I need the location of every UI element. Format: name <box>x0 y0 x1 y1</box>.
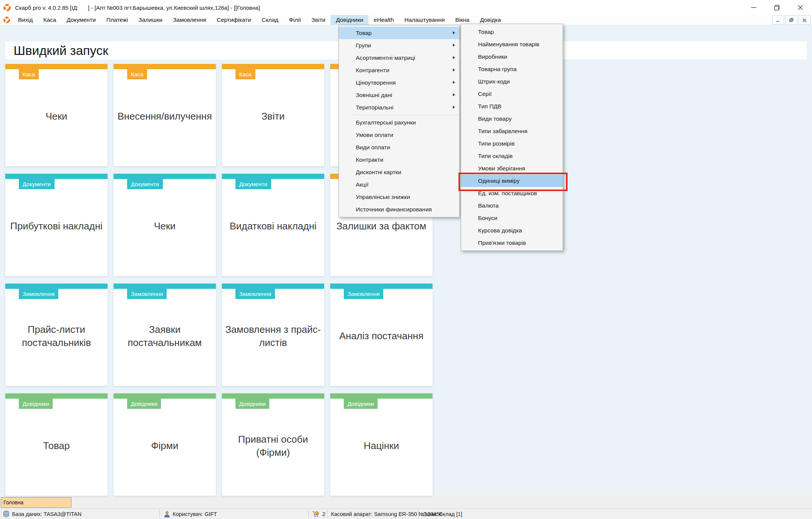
menubar-item-3[interactable]: Платежі <box>101 15 134 25</box>
context-menu-item-13[interactable]: Акції <box>339 178 459 191</box>
menubar-item-7[interactable]: Склад <box>256 15 284 25</box>
submenu-item-0[interactable]: Товар <box>461 26 563 38</box>
menubar-item-1[interactable]: Каса <box>38 15 61 25</box>
close-button[interactable] <box>789 0 812 15</box>
submenu-item-11[interactable]: Умови зберігання <box>461 162 563 175</box>
status-separator <box>418 510 419 518</box>
context-menu-item-3[interactable]: Контрагенти <box>339 64 459 76</box>
context-menu-item-2[interactable]: Асортиментні матриці <box>339 52 459 64</box>
tile-category-strip <box>330 284 433 289</box>
tile-0-2[interactable]: КасаЗвіти <box>222 64 324 166</box>
mdi-restore-button[interactable] <box>785 15 797 25</box>
window-controls <box>742 0 812 15</box>
submenu-item-16[interactable]: Курсова довідка <box>461 224 563 237</box>
tile-1-0[interactable]: ДокументиПрибуткові накладні <box>5 174 108 276</box>
tile-label: Приватні особи (Фірми) <box>225 399 321 493</box>
submenu-item-10[interactable]: Типи складів <box>461 150 563 162</box>
context-menu-item-15[interactable]: Источники финансирования <box>339 203 459 215</box>
menubar-item-4[interactable]: Залишки <box>133 15 168 25</box>
minimize-button[interactable] <box>742 0 765 15</box>
menu-bar: ВихідКасаДокументиПлатежіЗалишкиЗамовлен… <box>0 15 812 25</box>
tile-0-0[interactable]: КасаЧеки <box>5 64 108 166</box>
tile-2-2[interactable]: ЗамовленняЗамовлення з прайс-листів <box>222 284 324 386</box>
submenu-item-14[interactable]: Валюта <box>461 199 563 212</box>
context-menu-item-9[interactable]: Умови оплати <box>339 129 459 141</box>
tab-holovna[interactable]: Головна <box>1 497 71 508</box>
status-item-0: База даних: TASA3@TITAN <box>3 509 82 519</box>
tile-3-2[interactable]: ДовідникиПриватні особи (Фірми) <box>222 393 324 496</box>
submenu-item-6[interactable]: Тип ПДВ <box>461 100 563 112</box>
menubar-item-8[interactable]: Філії <box>284 15 306 25</box>
menubar-item-9[interactable]: Звіти <box>306 15 331 25</box>
submenu-item-7[interactable]: Види товару <box>461 112 563 125</box>
tile-3-3[interactable]: ДовідникиНацінки <box>330 393 433 496</box>
submenu-item-15[interactable]: Бонуси <box>461 212 563 224</box>
tile-category-strip <box>5 174 108 179</box>
context-menu: ТоварГрупиАсортиментні матриціКонтрагент… <box>338 25 460 217</box>
context-menu-item-4[interactable]: Ціноутворення <box>339 76 459 89</box>
tile-3-1[interactable]: ДовідникиФірми <box>114 393 216 496</box>
submenu-item-8[interactable]: Типи забарвлення <box>461 125 563 137</box>
status-item-label: Користувач: GIFT <box>173 511 217 517</box>
menubar-item-5[interactable]: Замовлення <box>168 15 211 25</box>
context-menu-item-1[interactable]: Групи <box>339 39 459 52</box>
submenu-item-1[interactable]: Найменування товарів <box>461 38 563 50</box>
restore-button[interactable] <box>765 0 789 15</box>
tile-1-2[interactable]: ДокументиВидаткові накладні <box>222 174 324 276</box>
submenu-arrow-icon <box>453 31 455 34</box>
context-menu-item-8[interactable]: Бухгалтерські рахунки <box>339 116 459 129</box>
menubar-item-0[interactable]: Вихід <box>13 15 38 25</box>
menubar-item-6[interactable]: Сертифікати <box>211 15 256 25</box>
submenu-item-2[interactable]: Виробники <box>461 50 563 63</box>
context-menu-item-12[interactable]: Дисконтні картки <box>339 166 459 178</box>
menubar-logo-icon <box>3 16 11 24</box>
menubar-item-12[interactable]: Налаштування <box>399 15 450 25</box>
menubar-item-11[interactable]: eHealth <box>369 15 399 25</box>
submenu-item-3[interactable]: Товарна група <box>461 63 563 75</box>
submenu-item-5[interactable]: Серії <box>461 88 563 100</box>
submenu-item-13[interactable]: Ед. изм. поставщиков <box>461 187 563 199</box>
submenu-item-17[interactable]: Прив'язки товарів <box>461 237 563 249</box>
submenu-item-4[interactable]: Штрих-коди <box>461 75 563 88</box>
tile-0-1[interactable]: КасаВнесення/вилучення <box>114 64 216 166</box>
submenu-arrow-icon <box>453 93 455 96</box>
submenu-item-9[interactable]: Типи розмірів <box>461 137 563 150</box>
context-menu-item-5[interactable]: Зовнішні дані <box>339 89 459 101</box>
context-menu-item-6[interactable]: Територіальні <box>339 101 459 114</box>
tile-label: Видаткові накладні <box>225 179 321 274</box>
tile-2-1[interactable]: ЗамовленняЗаявки постачальникам <box>114 284 216 386</box>
tile-2-0[interactable]: ЗамовленняПрайс-листи постачальників <box>5 284 108 386</box>
tile-category-strip <box>222 64 324 69</box>
tile-3-0[interactable]: ДовідникиТовар <box>5 393 108 496</box>
mdi-close-button[interactable] <box>798 15 810 25</box>
tile-category-strip <box>5 284 108 289</box>
status-separator <box>308 510 309 518</box>
user-icon <box>164 511 170 517</box>
context-menu-item-0[interactable]: Товар <box>339 27 459 39</box>
tile-label: Прибуткові накладні <box>8 179 105 274</box>
tile-2-3[interactable]: ЗамовленняАналіз постачання <box>330 284 433 386</box>
context-menu-item-14[interactable]: Управлінські знижки <box>339 191 459 203</box>
page-title: Швидкий запуск <box>14 43 108 58</box>
context-menu-item-10[interactable]: Види оплати <box>339 141 459 153</box>
status-separator <box>327 510 328 518</box>
tile-category-strip <box>222 174 324 179</box>
menu-separator <box>352 115 458 115</box>
title-bar: Скарб pro v. 4.0.2.85 [ІД: ] - [Апт №003… <box>0 0 812 15</box>
tile-label: Чеки <box>117 179 213 274</box>
tile-1-1[interactable]: ДокументиЧеки <box>114 174 216 276</box>
mdi-minimize-button[interactable] <box>772 15 784 25</box>
submenu-item-12[interactable]: Одиниці виміру <box>461 175 563 187</box>
tile-category-strip <box>114 174 216 179</box>
app-window: Скарб pro v. 4.0.2.85 [ІД: ] - [Апт №003… <box>0 0 812 519</box>
tile-label: Заявки постачальникам <box>117 289 213 384</box>
tile-category-strip <box>114 64 216 69</box>
tile-label: Аналіз постачання <box>333 289 430 384</box>
menubar-item-10[interactable]: Довідники <box>331 15 369 25</box>
context-menu-item-11[interactable]: Контракти <box>339 153 459 166</box>
menubar-item-2[interactable]: Документи <box>61 15 101 25</box>
tab-row: Головна <box>0 496 812 508</box>
tile-label: Націнки <box>333 399 430 493</box>
tile-category-strip <box>114 284 216 289</box>
cart-icon <box>312 511 320 517</box>
